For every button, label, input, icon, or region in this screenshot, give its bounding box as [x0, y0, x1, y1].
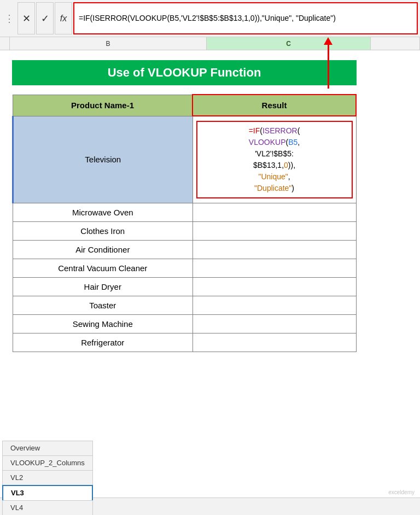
table-row: Television=IF(ISERROR(VLOOKUP(B5,'VL2'!$…: [13, 116, 357, 203]
col-header-c[interactable]: C: [207, 37, 371, 50]
sheet-tab-vl2[interactable]: VL2: [2, 470, 93, 485]
product-cell[interactable]: Toaster: [13, 296, 193, 315]
arrow-line: [328, 45, 329, 89]
fx-label: fx: [60, 14, 67, 24]
sheet-tab-vl3[interactable]: VL3: [2, 485, 93, 500]
product-cell[interactable]: Television: [13, 116, 193, 203]
function-button[interactable]: fx: [55, 2, 72, 34]
result-cell[interactable]: [192, 333, 356, 352]
table-row: Hair Dryer: [13, 278, 357, 296]
data-table: Product Name-1 Result Television=IF(ISER…: [12, 94, 357, 352]
result-cell[interactable]: [192, 222, 356, 241]
col-header-b[interactable]: B: [10, 37, 207, 50]
result-cell[interactable]: [192, 278, 356, 296]
product-cell[interactable]: Air Conditioner: [13, 241, 193, 259]
table-row: Microwave Oven: [13, 203, 357, 222]
check-icon: ✓: [41, 13, 49, 25]
cross-icon: ✕: [22, 13, 31, 25]
result-cell[interactable]: [192, 241, 356, 259]
product-cell[interactable]: Clothes Iron: [13, 222, 193, 241]
result-cell[interactable]: [192, 315, 356, 333]
table-header-row: Product Name-1 Result: [13, 95, 357, 116]
product-cell[interactable]: Hair Dryer: [13, 278, 193, 296]
result-cell[interactable]: [192, 259, 356, 278]
product-cell[interactable]: Central Vacuum Cleaner: [13, 259, 193, 278]
drag-handle: ⋮: [2, 2, 16, 34]
sheet-tabs: OverviewVLOOKUP_2_ColumnsVL2VL3VL4: [0, 498, 420, 515]
result-cell[interactable]: =IF(ISERROR(VLOOKUP(B5,'VL2'!$B$5:$B$13,…: [192, 116, 356, 203]
sheet-tab-vlookup-2-columns[interactable]: VLOOKUP_2_Columns: [2, 455, 93, 470]
col-header-product: Product Name-1: [13, 95, 193, 116]
tabs-list: OverviewVLOOKUP_2_ColumnsVL2VL3VL4: [2, 441, 94, 515]
result-cell[interactable]: [192, 296, 356, 315]
red-arrow: [324, 37, 332, 89]
confirm-button[interactable]: ✓: [36, 2, 54, 34]
column-headers: B C: [0, 37, 420, 50]
col-header-result: Result: [192, 95, 356, 116]
table-row: Refrigerator: [13, 333, 357, 352]
product-cell[interactable]: Refrigerator: [13, 333, 193, 352]
table-row: Toaster: [13, 296, 357, 315]
drag-icon: ⋮: [4, 13, 14, 25]
table-row: Central Vacuum Cleaner: [13, 259, 357, 278]
table-row: Clothes Iron: [13, 222, 357, 241]
cancel-button[interactable]: ✕: [18, 2, 35, 34]
sheet-tab-vl4[interactable]: VL4: [2, 500, 93, 515]
table-row: Air Conditioner: [13, 241, 357, 259]
title-banner: Use of VLOOKUP Function: [12, 60, 357, 85]
col-header-d: [371, 37, 420, 50]
sheet-tab-overview[interactable]: Overview: [2, 441, 93, 455]
col-header-empty: [0, 37, 10, 50]
arrow-head: [324, 37, 332, 45]
product-cell[interactable]: Sewing Machine: [13, 315, 193, 333]
title-text: Use of VLOOKUP Function: [108, 66, 261, 79]
result-cell[interactable]: [192, 203, 356, 222]
formula-bar: ⋮ ✕ ✓ fx =IF(ISERROR(VLOOKUP(B5,'VL2'!$B…: [0, 0, 420, 37]
watermark: exceldemy: [388, 489, 415, 495]
formula-text: =IF(ISERROR(VLOOKUP(B5,'VL2'!$B$5:$B$13,…: [79, 13, 336, 24]
product-cell[interactable]: Microwave Oven: [13, 203, 193, 222]
spreadsheet-area: Use of VLOOKUP Function Product Name-1 R…: [0, 50, 420, 358]
formula-input[interactable]: =IF(ISERROR(VLOOKUP(B5,'VL2'!$B$5:$B$13,…: [73, 2, 418, 34]
table-row: Sewing Machine: [13, 315, 357, 333]
